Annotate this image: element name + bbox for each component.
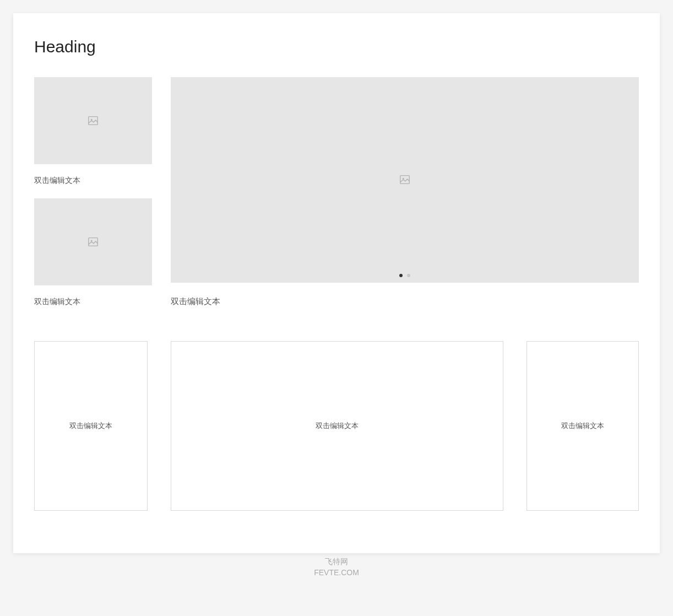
design-canvas: Heading 双击编辑文本 双击编辑文本: [13, 13, 660, 553]
bottom-row: 双击编辑文本 双击编辑文本 双击编辑文本: [34, 341, 639, 511]
watermark: 飞特网 FEVTE.COM: [314, 556, 359, 578]
top-row: 双击编辑文本 双击编辑文本 双击: [34, 77, 639, 308]
image-icon: [399, 174, 411, 186]
svg-point-1: [91, 119, 93, 121]
svg-point-3: [91, 240, 93, 242]
text-box-content: 双击编辑文本: [561, 421, 604, 431]
image-placeholder[interactable]: [34, 198, 152, 285]
page-heading[interactable]: Heading: [34, 37, 639, 56]
right-column: 双击编辑文本: [171, 77, 639, 308]
image-text-item[interactable]: 双击编辑文本: [34, 198, 152, 307]
svg-point-5: [403, 178, 404, 180]
image-text-item[interactable]: 双击编辑文本: [34, 77, 152, 186]
carousel-placeholder[interactable]: [171, 77, 639, 283]
left-column: 双击编辑文本 双击编辑文本: [34, 77, 152, 308]
carousel-dot[interactable]: [399, 274, 403, 277]
carousel-caption[interactable]: 双击编辑文本: [171, 295, 639, 308]
carousel-dot[interactable]: [407, 274, 410, 277]
image-placeholder[interactable]: [34, 77, 152, 164]
image-caption[interactable]: 双击编辑文本: [34, 295, 152, 307]
image-icon: [87, 115, 99, 127]
image-caption[interactable]: 双击编辑文本: [34, 174, 152, 186]
text-box-content: 双击编辑文本: [316, 421, 359, 431]
watermark-line1: 飞特网: [314, 556, 359, 568]
text-box[interactable]: 双击编辑文本: [171, 341, 503, 511]
watermark-line2: FEVTE.COM: [314, 568, 359, 579]
text-box[interactable]: 双击编辑文本: [34, 341, 148, 511]
carousel-dots: [171, 274, 639, 277]
image-icon: [87, 236, 99, 248]
text-box-content: 双击编辑文本: [69, 421, 112, 431]
text-box[interactable]: 双击编辑文本: [527, 341, 639, 511]
